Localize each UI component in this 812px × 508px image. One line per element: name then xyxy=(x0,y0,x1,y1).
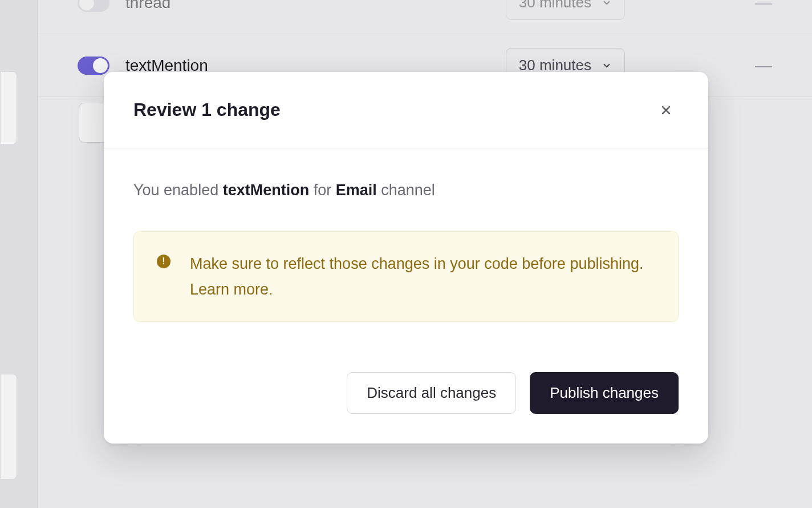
modal-overlay: Review 1 change You enabled textMention … xyxy=(0,0,812,508)
warning-callout: ! Make sure to reflect those changes in … xyxy=(133,231,679,322)
close-icon xyxy=(659,103,673,117)
review-changes-modal: Review 1 change You enabled textMention … xyxy=(104,72,708,444)
close-button[interactable] xyxy=(656,100,676,120)
publish-button[interactable]: Publish changes xyxy=(530,372,679,414)
warning-text: Make sure to reflect those changes in yo… xyxy=(190,251,655,302)
modal-footer: Discard all changes Publish changes xyxy=(104,349,708,444)
warning-icon: ! xyxy=(157,255,170,268)
modal-title: Review 1 change xyxy=(133,99,281,120)
discard-button[interactable]: Discard all changes xyxy=(347,372,516,414)
modal-body: You enabled textMention for Email channe… xyxy=(104,148,708,349)
change-summary: You enabled textMention for Email channe… xyxy=(133,182,679,199)
modal-header: Review 1 change xyxy=(104,72,708,148)
